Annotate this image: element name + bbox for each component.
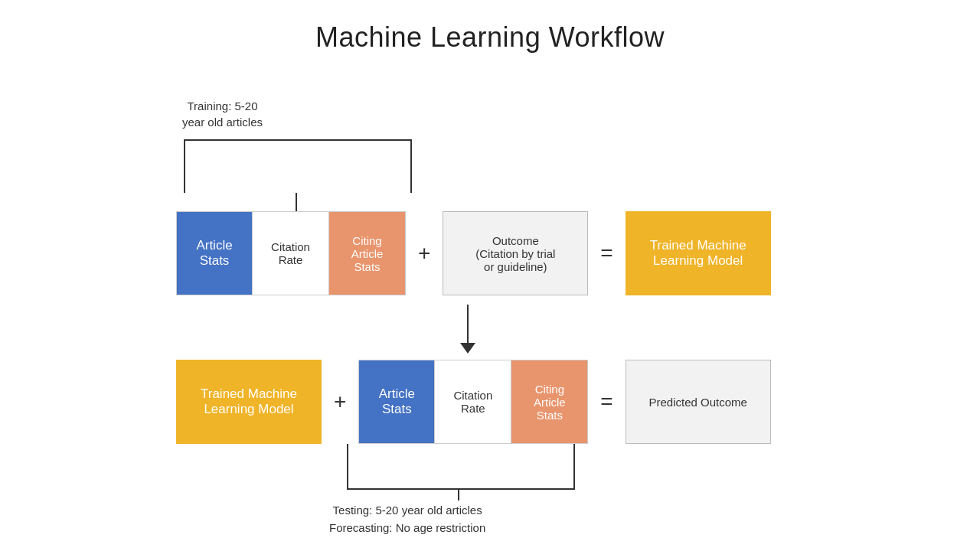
bracket-bottom-tick xyxy=(458,490,459,500)
row2: Trained Machine Learning Model + Article… xyxy=(176,360,771,444)
box-citation-rate-1: Citation Rate xyxy=(253,211,329,295)
plus-operator-1: + xyxy=(406,241,443,266)
box-trained-model-1: Trained Machine Learning Model xyxy=(626,211,771,295)
bracket-bottom xyxy=(347,444,575,490)
box-citing-article-stats-2: Citing Article Stats xyxy=(511,360,588,444)
box-article-stats-2: Article Stats xyxy=(358,360,435,444)
box-trained-model-2: Trained Machine Learning Model xyxy=(176,360,322,444)
diagram-container: Training: 5-20 year old articles Article… xyxy=(0,61,980,551)
testing-label: Testing: 5-20 year old articles Forecast… xyxy=(329,502,485,536)
arrow-head xyxy=(460,343,475,354)
plus-operator-2: + xyxy=(322,390,358,414)
arrow-line xyxy=(467,305,469,343)
equals-operator-2: = xyxy=(588,390,625,414)
box-outcome: Outcome (Citation by trial or guideline) xyxy=(443,211,588,295)
box-citation-rate-2: Citation Rate xyxy=(435,360,511,444)
training-label: Training: 5-20 year old articles xyxy=(182,98,263,130)
bracket-top xyxy=(184,139,412,193)
arrow-down xyxy=(460,305,475,354)
row1: Article Stats Citation Rate Citing Artic… xyxy=(176,211,771,295)
box-predicted-outcome: Predicted Outcome xyxy=(626,360,771,444)
page-title: Machine Learning Workflow xyxy=(0,0,980,61)
bracket-top-tick xyxy=(296,193,297,211)
box-citing-article-stats-1: Citing Article Stats xyxy=(329,211,406,295)
equals-operator-1: = xyxy=(588,241,625,266)
box-article-stats-1: Article Stats xyxy=(176,211,253,295)
